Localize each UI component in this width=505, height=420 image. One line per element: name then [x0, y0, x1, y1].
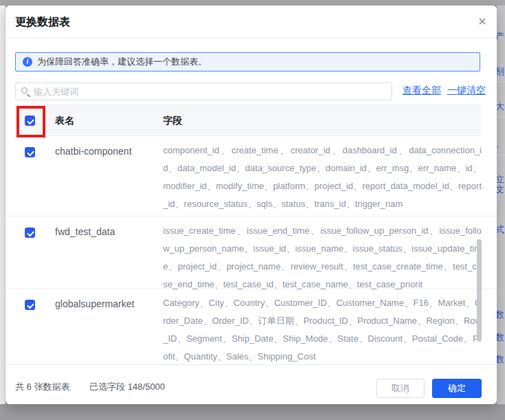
background-text-fragment: 数 — [497, 309, 504, 321]
background-text-fragment: 产 — [497, 30, 504, 43]
backdrop-divider — [497, 117, 505, 118]
table-name: globalsupermarket — [55, 298, 134, 309]
view-all-link[interactable]: 查看全部 — [402, 85, 441, 97]
search-input[interactable] — [34, 83, 389, 100]
change-data-table-dialog: 更换数据表 ✕ i 为保障回答准确率，建议选择一个数据表。 查看全部 一键清空 … — [6, 5, 497, 404]
cancel-button[interactable]: 取消 — [376, 379, 425, 398]
scrollbar-thumb[interactable] — [477, 239, 482, 342]
table-fields: issue_create_time、issue_end_time、issue_f… — [163, 222, 482, 294]
info-banner: i 为保障回答准确率，建议选择一个数据表。 — [15, 52, 480, 71]
background-text-fragment: 式、 — [497, 223, 505, 236]
table-header-row: 表名 字段 — [15, 104, 482, 136]
background-text-fragment: 数 — [497, 353, 504, 366]
backdrop-left — [0, 5, 6, 404]
table-fields: component_id、create_time、creator_id、dash… — [163, 142, 482, 213]
backdrop-bottom — [0, 404, 505, 420]
table-fields: Category、City、Country、Customer_ID、Custom… — [163, 294, 482, 366]
page: 产 别、 大 、 立、 文 式、 数 数 数 更换数据表 ✕ i 为保障回答准确… — [0, 0, 505, 420]
backdrop-right: 产 别、 大 、 立、 文 式、 数 数 数 — [497, 5, 505, 404]
row-checkbox[interactable] — [25, 228, 35, 238]
background-text-fragment: 文 — [497, 184, 504, 196]
table-row[interactable]: fwd_test_data issue_create_time、issue_en… — [6, 217, 497, 289]
clear-all-link[interactable]: 一键清空 — [447, 85, 486, 97]
backdrop-divider — [497, 81, 505, 82]
backdrop-top — [0, 0, 505, 5]
table-row[interactable]: chatbi-component component_id、create_tim… — [6, 136, 497, 217]
column-header-table-name: 表名 — [55, 115, 74, 127]
dialog-footer: 共 6 张数据表 已选字段 148/5000 取消 确定 — [6, 364, 497, 404]
background-text-fragment: 大 — [497, 100, 504, 113]
background-text-fragment: 、 — [497, 137, 504, 150]
column-header-fields: 字段 — [163, 115, 182, 127]
row-checkbox[interactable] — [25, 147, 35, 157]
confirm-button[interactable]: 确定 — [432, 379, 482, 398]
keyword-search-box — [15, 82, 392, 100]
table-name: chatbi-component — [55, 146, 131, 157]
selected-fields-text: 已选字段 148/5000 — [89, 381, 165, 393]
close-icon[interactable]: ✕ — [475, 14, 490, 30]
select-all-checkbox[interactable] — [25, 115, 35, 126]
dialog-header: 更换数据表 ✕ — [6, 5, 497, 38]
background-text-fragment: 别、 — [497, 65, 505, 78]
table-list: chatbi-component component_id、create_tim… — [6, 136, 497, 364]
total-tables-text: 共 6 张数据表 — [15, 381, 69, 393]
table-row[interactable]: globalsupermarket Category、City、Country、… — [6, 289, 497, 364]
table-name: fwd_test_data — [55, 226, 115, 237]
search-icon — [21, 87, 28, 93]
background-text-fragment: 数 — [497, 331, 504, 344]
backdrop-divider — [497, 155, 505, 155]
info-banner-text: 为保障回答准确率，建议选择一个数据表。 — [37, 56, 207, 68]
info-icon: i — [23, 57, 32, 67]
dialog-title: 更换数据表 — [15, 15, 70, 30]
row-checkbox[interactable] — [25, 300, 35, 310]
